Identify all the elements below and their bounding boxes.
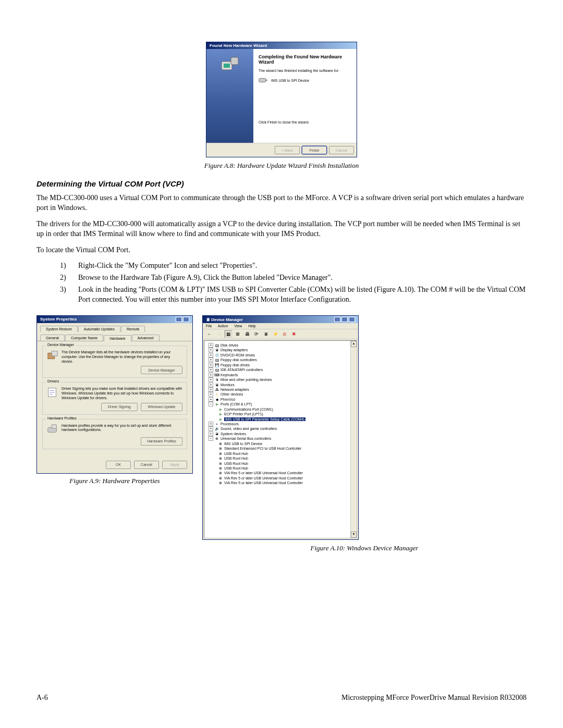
hardware-icon — [219, 54, 240, 75]
node-mon[interactable]: +🖥Monitors — [209, 382, 356, 387]
drv-group-label: Drivers — [46, 379, 60, 383]
maximize-icon[interactable] — [341, 317, 348, 322]
node-proc[interactable]: +▪Processors — [209, 422, 356, 426]
section-heading: Determining the Virtual COM Port (VCP) — [36, 179, 527, 188]
close-icon-dm[interactable] — [349, 317, 355, 322]
node-svg[interactable]: +🔊Sound, video and game controllers — [209, 426, 356, 431]
sp-title-text: System Properties — [40, 317, 77, 322]
tree-icon[interactable]: ▦ — [225, 330, 232, 338]
node-other[interactable]: +⚠Other devices — [209, 392, 356, 397]
hp-group-text: Hardware profiles provide a way for you … — [62, 424, 182, 433]
node-usb-hub3[interactable]: ⊕USB Root Hub — [218, 461, 356, 466]
node-ims-com4[interactable]: ▶IMS USB to SPI Parameter Setup Cable (C… — [218, 417, 356, 422]
tab-hardware[interactable]: Hardware — [104, 335, 131, 341]
tab-automatic-updates[interactable]: Automatic Updates — [78, 326, 120, 332]
driver-signing-icon — [47, 387, 58, 398]
back-icon[interactable]: ← — [206, 330, 213, 338]
back-button: < Back — [275, 146, 300, 154]
svg-rect-1 — [224, 64, 230, 68]
hardware-profile-icon — [47, 424, 58, 435]
device-manager-button[interactable]: Device Manager — [141, 366, 182, 374]
menu-view[interactable]: View — [234, 324, 242, 328]
node-display[interactable]: +🖥Display adapters — [209, 348, 356, 352]
node-usb-hub1[interactable]: ⊕USB Root Hub — [218, 451, 356, 456]
tab-computer-name[interactable]: Computer Name — [65, 335, 103, 341]
node-phnx[interactable]: +◆PhnxVcd — [209, 397, 356, 402]
node-dvd[interactable]: +💿DVD/CD-ROM drives — [209, 353, 356, 357]
node-lpt1[interactable]: ▶ECP Printer Port (LPT1) — [218, 412, 356, 416]
dm-title-icon: 🖥 — [206, 317, 211, 322]
finish-button[interactable]: Finish — [302, 146, 327, 154]
device-icon — [259, 77, 268, 84]
update-icon[interactable]: ⚡ — [272, 330, 279, 338]
windows-update-button[interactable]: Windows Update — [141, 403, 182, 411]
system-properties-dialog: System Properties System Restore Automat… — [36, 315, 193, 474]
node-net[interactable]: +🖧Network adapters — [209, 387, 356, 392]
refresh-icon[interactable]: ⟳ — [253, 330, 260, 338]
tab-remote[interactable]: Remote — [121, 326, 145, 332]
hardware-profiles-button[interactable]: Hardware Profiles — [141, 437, 182, 446]
figure-a10-caption: Figure A.10: Windows Device Manager — [202, 544, 527, 552]
wizard-title-bar: Found New Hardware Wizard — [206, 42, 357, 49]
node-ide[interactable]: +🖴IDE ATA/ATAPI controllers — [209, 367, 356, 372]
disable-icon[interactable]: ⊘ — [281, 330, 288, 338]
node-fdc[interactable]: +🖴Floppy disk controllers — [209, 357, 356, 362]
tab-advanced[interactable]: Advanced — [132, 335, 160, 341]
svg-point-4 — [266, 79, 268, 81]
svg-rect-3 — [259, 78, 266, 82]
drv-group-text: Driver Signing lets you make sure that i… — [62, 387, 182, 400]
scroll-down-icon[interactable]: ▼ — [351, 532, 357, 538]
apply-button: Apply — [162, 461, 187, 469]
node-usb-hub4[interactable]: ⊕USB Root Hub — [218, 466, 356, 471]
node-mice[interactable]: +🖱Mice and other pointing devices — [209, 377, 356, 382]
node-com1[interactable]: ▶Communications Port (COM1) — [218, 407, 356, 412]
node-kbd[interactable]: +⌨Keyboards — [209, 373, 356, 377]
menu-file[interactable]: File — [206, 324, 212, 328]
driver-signing-button[interactable]: Driver Signing — [101, 403, 138, 411]
node-usb-via1[interactable]: ⊕VIA Rev 5 or later USB Universal Host C… — [218, 471, 356, 475]
node-usb[interactable]: −⊕Universal Serial Bus controllers — [209, 436, 356, 441]
dm-icon — [47, 350, 58, 362]
scan-icon[interactable]: 🖥 — [262, 330, 270, 338]
device-manager-window: 🖥 Device Manager File Action View Help — [202, 315, 359, 540]
scroll-up-icon[interactable]: ▲ — [351, 341, 357, 347]
wizard-text: The wizard has finished installing the s… — [259, 69, 351, 72]
node-fdd[interactable]: +💾Floppy disk drives — [209, 363, 356, 367]
node-usb-hub2[interactable]: ⊕USB Root Hub — [218, 456, 356, 461]
dm-menubar: File Action View Help — [203, 323, 358, 329]
footer-text: Microstepping MForce PowerDrive Manual R… — [341, 694, 527, 702]
wizard-sidebar — [206, 49, 253, 143]
device-tree[interactable]: +🖴Disk drives +🖥Display adapters +💿DVD/C… — [204, 340, 357, 538]
help-icon[interactable] — [176, 317, 182, 322]
dm-group-text: The Device Manager lists all the hardwar… — [62, 350, 182, 364]
tab-general[interactable]: General — [40, 335, 65, 341]
close-icon[interactable] — [183, 317, 189, 322]
uninstall-icon[interactable]: ✖ — [290, 330, 298, 338]
node-sysd[interactable]: +🖥System devices — [209, 431, 356, 436]
tab-system-restore[interactable]: System Restore — [40, 326, 78, 332]
menu-help[interactable]: Help — [248, 324, 255, 328]
node-disk[interactable]: +🖴Disk drives — [209, 343, 356, 348]
node-ports[interactable]: −▶Ports (COM & LPT) — [209, 402, 356, 406]
node-usb-ims[interactable]: ⊕IMS USB to SPI Device — [218, 441, 356, 446]
svg-rect-6 — [52, 351, 57, 356]
ok-button[interactable]: OK — [106, 461, 131, 469]
node-usb-via2[interactable]: ⊕VIA Rev 5 or later USB Universal Host C… — [218, 476, 356, 480]
step-1: 1)Right-Click the "My Computer" Icon and… — [60, 261, 527, 271]
print-icon[interactable]: 🖶 — [243, 330, 251, 338]
menu-action[interactable]: Action — [218, 324, 228, 328]
cancel-button-sp[interactable]: Cancel — [134, 461, 159, 469]
paragraph-3: To locate the Virtual COM Port. — [36, 245, 527, 255]
svg-rect-9 — [52, 424, 56, 428]
minimize-icon[interactable] — [334, 317, 340, 322]
scrollbar[interactable]: ▲ ▼ — [350, 341, 357, 538]
svg-rect-2 — [231, 57, 238, 65]
paragraph-1: The MD-CC300-000 uses a Virtual COM Port… — [36, 193, 527, 213]
node-usb-via3[interactable]: ⊕VIA Rev 5 or later USB Universal Host C… — [218, 480, 356, 485]
hardware-wizard-dialog: Found New Hardware Wizard Completing the… — [206, 42, 357, 157]
wizard-heading: Completing the Found New Hardware Wizard — [259, 54, 351, 65]
paragraph-2: The drivers for the MD-CC300-000 will au… — [36, 219, 527, 239]
properties-icon[interactable]: 🗏 — [234, 330, 241, 338]
node-usb-pci[interactable]: ⊕Standard Enhanced PCI to USB Host Contr… — [218, 446, 356, 451]
figure-a9-caption: Figure A.9: Hardware Properties — [36, 477, 193, 485]
